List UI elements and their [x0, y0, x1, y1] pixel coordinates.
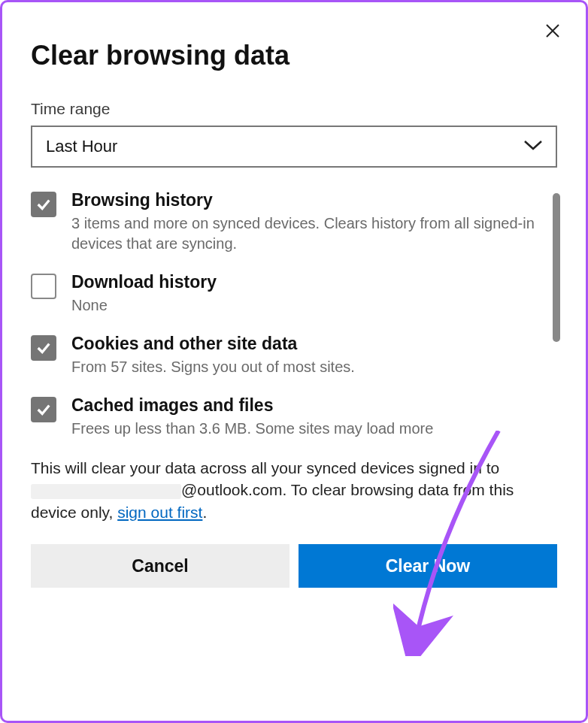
option-title: Cookies and other site data	[71, 334, 538, 354]
scrollbar[interactable]	[553, 193, 560, 342]
option-title: Cached images and files	[71, 395, 538, 416]
option-title: Browsing history	[71, 190, 538, 210]
option-desc: Frees up less than 3.6 MB. Some sites ma…	[71, 419, 538, 439]
option-browsing-history: Browsing history 3 items and more on syn…	[31, 190, 557, 254]
check-icon	[35, 340, 52, 356]
time-range-select[interactable]: Last Hour	[31, 126, 557, 168]
checkbox-cached[interactable]	[31, 397, 56, 422]
footer-email-suffix: @outlook.com	[181, 481, 283, 498]
sign-out-link[interactable]: sign out first	[117, 504, 202, 521]
time-range-value: Last Hour	[46, 137, 117, 156]
option-cached: Cached images and files Frees up less th…	[31, 395, 557, 439]
dialog-frame: Clear browsing data Time range Last Hour…	[0, 0, 588, 723]
option-desc: From 57 sites. Signs you out of most sit…	[71, 357, 538, 377]
sync-notice: This will clear your data across all you…	[31, 457, 557, 523]
check-icon	[35, 196, 52, 213]
time-range-label: Time range	[31, 100, 557, 118]
dialog-title: Clear browsing data	[31, 40, 557, 71]
footer-text-after: .	[202, 504, 207, 521]
close-icon	[544, 22, 562, 40]
checkbox-cookies[interactable]	[31, 335, 56, 361]
option-download-history: Download history None	[31, 272, 557, 316]
chevron-down-icon	[523, 138, 544, 155]
checkbox-browsing-history[interactable]	[31, 192, 56, 217]
close-button[interactable]	[541, 19, 565, 43]
cancel-button[interactable]: Cancel	[31, 544, 289, 588]
option-desc: 3 items and more on synced devices. Clea…	[71, 213, 538, 254]
option-desc: None	[71, 295, 538, 316]
option-title: Download history	[71, 272, 538, 292]
check-icon	[35, 401, 52, 418]
option-cookies: Cookies and other site data From 57 site…	[31, 334, 557, 377]
footer-text-before: This will clear your data across all you…	[31, 459, 499, 476]
clear-now-button[interactable]: Clear Now	[299, 544, 557, 588]
redacted-email	[31, 484, 181, 499]
checkbox-download-history[interactable]	[31, 274, 56, 299]
button-row: Cancel Clear Now	[31, 544, 557, 588]
options-list: Browsing history 3 items and more on syn…	[31, 190, 557, 439]
